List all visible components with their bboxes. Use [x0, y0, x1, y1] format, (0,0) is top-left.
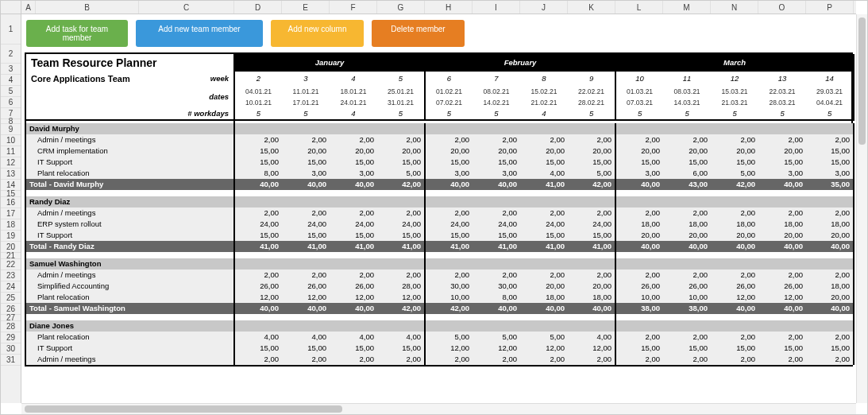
- row-header-21[interactable]: 21: [1, 253, 21, 259]
- column-header-H[interactable]: H: [425, 1, 473, 14]
- add-member-button[interactable]: Add new team member: [136, 20, 263, 47]
- spreadsheet-app: ABCDEFGHIJKLMNOP 12345678910111213141516…: [0, 0, 868, 415]
- row-header-23[interactable]: 23: [1, 270, 21, 281]
- task-name[interactable]: ERP system rollout: [26, 219, 234, 230]
- row-header-15[interactable]: 15: [1, 191, 21, 197]
- planner-table: Team Resource PlannerJanuaryFebruaryMarc…: [26, 54, 854, 365]
- row-header-24[interactable]: 24: [1, 281, 21, 293]
- task-name[interactable]: Plant relocation: [26, 168, 234, 179]
- task-name[interactable]: Plant relocation: [26, 332, 234, 343]
- column-header-A[interactable]: A: [21, 1, 36, 14]
- vertical-scrollbar[interactable]: [856, 14, 867, 403]
- row-header-13[interactable]: 13: [1, 169, 21, 180]
- task-name[interactable]: IT Support: [26, 343, 234, 354]
- column-header-B[interactable]: B: [36, 1, 139, 14]
- row-headers: 1234567891011121314151617181920212223242…: [1, 14, 21, 403]
- column-header-M[interactable]: M: [663, 1, 711, 14]
- add-column-button[interactable]: Add new column: [271, 20, 364, 47]
- delete-member-button[interactable]: Delete member: [372, 20, 465, 47]
- row-header-5[interactable]: 5: [1, 86, 21, 97]
- month-header-february[interactable]: February: [425, 54, 615, 72]
- vertical-scroll-thumb[interactable]: [858, 17, 866, 145]
- select-all-corner[interactable]: [1, 1, 21, 14]
- member-name[interactable]: Samuel Washington: [26, 258, 234, 270]
- member-name[interactable]: David Murphy: [26, 123, 234, 134]
- column-header-I[interactable]: I: [473, 1, 520, 14]
- column-headers: ABCDEFGHIJKLMNOP: [21, 1, 856, 14]
- planner-title[interactable]: Team Resource Planner: [26, 54, 234, 72]
- row-header-2[interactable]: 2: [1, 45, 21, 64]
- column-header-J[interactable]: J: [520, 1, 568, 14]
- task-name[interactable]: Plant relocation: [26, 292, 234, 303]
- task-name[interactable]: Admin / meetings: [26, 270, 234, 281]
- add-task-button[interactable]: Add task for team member: [26, 20, 128, 47]
- member-total-label[interactable]: Total - Randy Diaz: [26, 241, 234, 252]
- column-header-O[interactable]: O: [758, 1, 806, 14]
- horizontal-scroll-thumb[interactable]: [25, 405, 342, 413]
- task-name[interactable]: Admin / meetings: [26, 134, 234, 145]
- row-header-25[interactable]: 25: [1, 293, 21, 304]
- row-header-30[interactable]: 30: [1, 343, 21, 355]
- row-header-9[interactable]: 9: [1, 124, 21, 135]
- column-header-F[interactable]: F: [330, 1, 377, 14]
- team-name[interactable]: Core Applications Team: [26, 72, 141, 86]
- column-header-L[interactable]: L: [615, 1, 663, 14]
- row-header-29[interactable]: 29: [1, 332, 21, 343]
- column-header-E[interactable]: E: [282, 1, 330, 14]
- member-total-label[interactable]: Total - Samuel Washington: [26, 303, 234, 314]
- column-header-G[interactable]: G: [377, 1, 425, 14]
- row-header-3[interactable]: 3: [1, 64, 21, 75]
- column-header-N[interactable]: N: [711, 1, 758, 14]
- member-name[interactable]: Randy Diaz: [26, 196, 234, 208]
- row-header-4[interactable]: 4: [1, 75, 21, 86]
- task-name[interactable]: Admin / meetings: [26, 208, 234, 219]
- planner-frame: Team Resource PlannerJanuaryFebruaryMarc…: [25, 52, 853, 367]
- row-header-10[interactable]: 10: [1, 135, 21, 146]
- column-header-P[interactable]: P: [806, 1, 854, 14]
- member-name[interactable]: Diane Jones: [26, 320, 234, 332]
- row-header-19[interactable]: 19: [1, 231, 21, 242]
- month-header-march[interactable]: March: [615, 54, 854, 72]
- task-name[interactable]: IT Support: [26, 230, 234, 241]
- grid-area[interactable]: Add task for team member Add new team me…: [21, 14, 856, 403]
- row-header-28[interactable]: 28: [1, 321, 21, 332]
- row-header-11[interactable]: 11: [1, 146, 21, 157]
- row-header-22[interactable]: 22: [1, 259, 21, 270]
- row-header-1[interactable]: 1: [1, 14, 21, 45]
- row-header-12[interactable]: 12: [1, 157, 21, 169]
- horizontal-scrollbar[interactable]: [21, 403, 856, 414]
- column-header-K[interactable]: K: [568, 1, 615, 14]
- button-bar: Add task for team member Add new team me…: [21, 14, 856, 52]
- row-header-18[interactable]: 18: [1, 219, 21, 231]
- row-header-16[interactable]: 16: [1, 197, 21, 208]
- row-header-27[interactable]: 27: [1, 315, 21, 321]
- month-header-january[interactable]: January: [234, 54, 425, 72]
- task-name[interactable]: IT Support: [26, 157, 234, 168]
- row-header-6[interactable]: 6: [1, 97, 21, 108]
- row-header-17[interactable]: 17: [1, 208, 21, 219]
- column-header-C[interactable]: C: [139, 1, 234, 14]
- row-header-31[interactable]: 31: [1, 355, 21, 366]
- member-total-label[interactable]: Total - David Murphy: [26, 179, 234, 190]
- task-name[interactable]: Admin / meetings: [26, 354, 234, 365]
- task-name[interactable]: Simplified Accounting: [26, 281, 234, 292]
- column-header-D[interactable]: D: [234, 1, 282, 14]
- task-name[interactable]: CRM implementation: [26, 145, 234, 157]
